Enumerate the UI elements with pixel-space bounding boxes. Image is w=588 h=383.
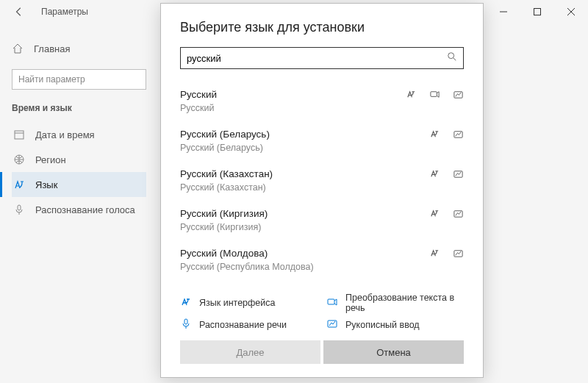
sidebar-item-speech[interactable]: Распознавание голоса xyxy=(12,197,146,222)
window-controls xyxy=(487,0,588,24)
sidebar-category: Время и язык xyxy=(12,103,146,113)
language-native-name: Русский (Киргизия) xyxy=(180,222,464,232)
feature-icons xyxy=(405,88,464,100)
legend-tts: Преобразование текста в речь xyxy=(326,293,464,313)
feature-icons xyxy=(429,128,464,140)
svg-rect-14 xyxy=(328,299,334,304)
legend: Язык интерфейса Преобразование текста в … xyxy=(180,287,464,340)
microphone-icon xyxy=(13,204,25,215)
svg-rect-8 xyxy=(430,91,436,96)
legend-speech: Распознавание речи xyxy=(180,318,318,332)
cancel-button[interactable]: Отмена xyxy=(323,340,464,364)
arrow-left-icon xyxy=(14,7,24,17)
maximize-button[interactable] xyxy=(520,0,554,24)
language-native-name: Русский (Беларусь) xyxy=(180,143,464,153)
language-results: РусскийРусскийРусский (Беларусь)Русский … xyxy=(180,82,464,287)
close-icon xyxy=(567,8,575,15)
back-button[interactable] xyxy=(10,3,28,21)
feature-icons xyxy=(429,168,464,179)
svg-line-7 xyxy=(453,58,456,61)
maximize-icon xyxy=(534,8,541,15)
handwriting-icon xyxy=(452,88,464,100)
sidebar-item-label: Язык xyxy=(35,179,57,190)
language-native-name: Русский xyxy=(180,103,464,113)
tts-icon xyxy=(326,296,338,310)
legend-label: Рукописный ввод xyxy=(345,320,420,330)
app-title: Параметры xyxy=(41,7,88,17)
tts-icon xyxy=(429,88,440,100)
language-name: Русский (Беларусь) xyxy=(180,129,429,140)
svg-rect-2 xyxy=(15,131,24,139)
handwriting-icon xyxy=(452,168,464,179)
language-search-input[interactable] xyxy=(187,53,447,64)
globe-icon xyxy=(13,154,25,165)
legend-hand: Рукописный ввод xyxy=(326,318,464,332)
display-language-icon xyxy=(429,247,440,259)
language-native-name: Русский (Казахстан) xyxy=(180,182,464,193)
sidebar-home-label: Главная xyxy=(34,43,70,54)
minimize-icon xyxy=(500,8,507,15)
svg-point-6 xyxy=(448,53,454,59)
svg-rect-15 xyxy=(184,319,187,324)
svg-rect-5 xyxy=(18,205,21,210)
speech-recognition-icon xyxy=(180,318,192,332)
home-icon xyxy=(12,43,24,54)
language-result[interactable]: Русский (Казахстан)Русский (Казахстан) xyxy=(180,162,464,201)
sidebar-item-label: Регион xyxy=(35,154,66,165)
feature-icons xyxy=(429,207,464,219)
dialog-title: Выберите язык для установки xyxy=(180,20,464,35)
sidebar-item-label: Распознавание голоса xyxy=(35,204,135,215)
sidebar-item-region[interactable]: Регион xyxy=(12,147,146,172)
sidebar-home[interactable]: Главная xyxy=(12,38,146,59)
language-result[interactable]: РусскийРусский xyxy=(180,82,464,122)
language-search[interactable] xyxy=(180,47,464,69)
language-native-name: Русский (Республика Молдова) xyxy=(180,262,464,272)
sidebar-item-language[interactable]: Язык xyxy=(12,172,146,197)
language-icon xyxy=(13,179,25,190)
display-language-icon xyxy=(429,168,440,179)
display-language-icon xyxy=(429,207,440,219)
sidebar: Главная Найти параметр Время и язык Дата… xyxy=(0,38,158,222)
handwriting-icon xyxy=(326,318,338,332)
language-result[interactable]: Русский (Молдова)Русский (Республика Мол… xyxy=(180,241,464,281)
calendar-icon xyxy=(13,129,25,140)
legend-display: Язык интерфейса xyxy=(180,293,318,313)
dialog-buttons: Далее Отмена xyxy=(180,340,464,364)
language-result[interactable]: Русский (Киргизия)Русский (Киргизия) xyxy=(180,201,464,241)
display-language-icon xyxy=(405,88,417,100)
legend-label: Преобразование текста в речь xyxy=(345,293,464,313)
display-language-icon xyxy=(180,296,192,310)
language-name: Русский (Молдова) xyxy=(180,248,429,259)
svg-rect-1 xyxy=(534,9,541,15)
language-result[interactable]: Русский (Беларусь)Русский (Беларусь) xyxy=(180,122,464,162)
handwriting-icon xyxy=(452,128,464,140)
install-language-dialog: Выберите язык для установки РусскийРусск… xyxy=(160,3,484,378)
handwriting-icon xyxy=(452,207,464,219)
sidebar-item-label: Дата и время xyxy=(35,129,95,140)
handwriting-icon xyxy=(452,247,464,259)
next-button[interactable]: Далее xyxy=(180,340,320,364)
settings-search[interactable]: Найти параметр xyxy=(12,69,146,90)
search-icon xyxy=(447,51,457,65)
sidebar-item-datetime[interactable]: Дата и время xyxy=(12,122,146,147)
close-button[interactable] xyxy=(554,0,588,24)
language-name: Русский xyxy=(180,89,405,100)
legend-label: Распознавание речи xyxy=(199,320,287,330)
legend-label: Язык интерфейса xyxy=(199,298,275,308)
language-name: Русский (Казахстан) xyxy=(180,168,429,179)
feature-icons xyxy=(429,247,464,259)
minimize-button[interactable] xyxy=(487,0,520,24)
display-language-icon xyxy=(429,128,440,140)
language-name: Русский (Киргизия) xyxy=(180,208,429,219)
